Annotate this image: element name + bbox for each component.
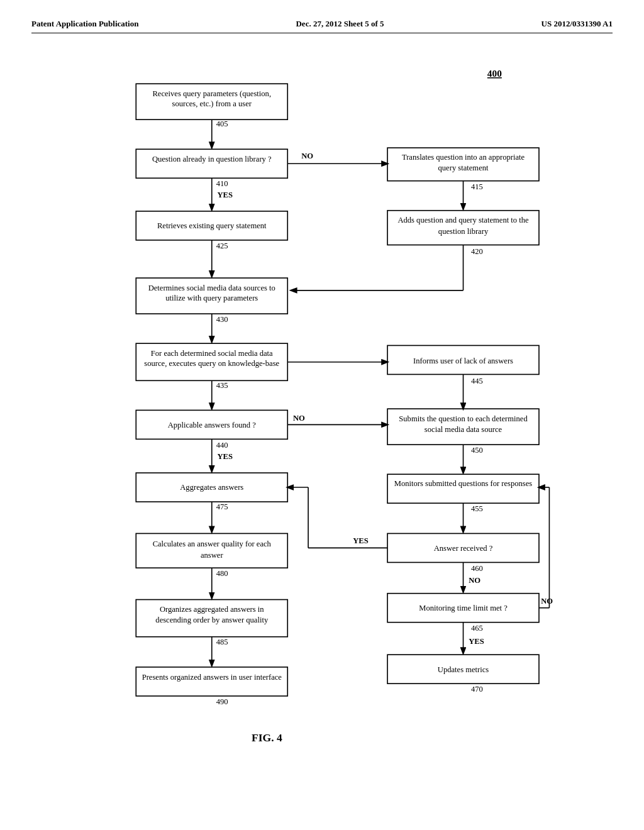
svg-text:YES: YES: [469, 637, 484, 646]
svg-text:465: 465: [471, 624, 483, 633]
diagram-number-label: 400: [487, 68, 502, 79]
svg-text:Question already in question l: Question already in question library ?: [152, 155, 272, 163]
svg-text:utilize with query parameters: utilize with query parameters: [165, 294, 258, 302]
svg-text:Applicable answers found ?: Applicable answers found ?: [168, 421, 256, 429]
svg-text:question library: question library: [438, 227, 489, 236]
svg-text:NO: NO: [301, 152, 313, 160]
page: Patent Application Publication Dec. 27, …: [0, 0, 644, 830]
svg-text:430: 430: [216, 315, 228, 324]
svg-text:NO: NO: [293, 414, 305, 423]
svg-text:450: 450: [471, 446, 483, 455]
svg-text:YES: YES: [218, 191, 233, 199]
diagram-container: 400 Receives query parameters (question,…: [31, 46, 613, 769]
svg-text:Translates question into an ap: Translates question into an appropriate: [402, 153, 525, 162]
fig-label: FIG. 4: [252, 731, 282, 744]
svg-text:470: 470: [471, 685, 483, 694]
svg-text:475: 475: [216, 502, 228, 511]
svg-text:Adds question and query statem: Adds question and query statement to the: [397, 216, 529, 224]
svg-text:Monitoring time limit met ?: Monitoring time limit met ?: [419, 604, 508, 612]
svg-text:YES: YES: [353, 536, 368, 545]
svg-text:485: 485: [216, 638, 228, 646]
svg-text:Calculates an answer quality f: Calculates an answer quality for each: [153, 540, 272, 548]
header-center: Dec. 27, 2012 Sheet 5 of 5: [296, 19, 384, 29]
svg-text:Presents organized answers in : Presents organized answers in user inter…: [142, 673, 282, 682]
svg-text:440: 440: [216, 441, 228, 450]
svg-text:NO: NO: [541, 597, 553, 606]
header: Patent Application Publication Dec. 27, …: [31, 19, 613, 33]
svg-text:sources, etc.) from a user: sources, etc.) from a user: [172, 99, 252, 108]
svg-text:Aggregates answers: Aggregates answers: [180, 483, 243, 492]
svg-text:Informs user of lack of answer: Informs user of lack of answers: [413, 357, 513, 365]
svg-text:445: 445: [471, 377, 483, 385]
svg-text:NO: NO: [469, 576, 480, 585]
header-right: US 2012/0331390 A1: [541, 19, 613, 29]
svg-text:Submits the question to each d: Submits the question to each determined: [399, 414, 528, 423]
svg-text:source, executes query on know: source, executes query on knowledge-base: [144, 359, 279, 368]
svg-text:405: 405: [216, 119, 228, 128]
svg-text:420: 420: [471, 247, 483, 256]
svg-text:YES: YES: [218, 452, 233, 461]
header-left: Patent Application Publication: [31, 19, 138, 29]
svg-text:Updates metrics: Updates metrics: [438, 665, 489, 674]
svg-text:descending order by answer qua: descending order by answer quality: [155, 616, 269, 624]
node-410: [136, 149, 287, 178]
svg-text:social media data source: social media data source: [425, 425, 502, 434]
flowchart-svg: 400 Receives query parameters (question,…: [31, 46, 613, 769]
svg-text:Receives query parameters (que: Receives query parameters (question,: [152, 89, 271, 98]
svg-text:435: 435: [216, 381, 228, 390]
svg-text:425: 425: [216, 241, 228, 250]
svg-text:490: 490: [216, 697, 228, 706]
svg-text:For each determined social med: For each determined social media data: [151, 349, 273, 358]
svg-text:query statement: query statement: [438, 163, 489, 172]
svg-text:Retrieves existing query state: Retrieves existing query statement: [157, 221, 267, 230]
svg-text:Determines social media data s: Determines social media data sources to: [148, 284, 275, 292]
svg-text:Organizes aggregated answers i: Organizes aggregated answers in: [160, 605, 264, 614]
svg-text:480: 480: [216, 569, 228, 578]
svg-text:Answer received ?: Answer received ?: [434, 544, 493, 553]
svg-text:415: 415: [471, 182, 483, 191]
svg-text:410: 410: [216, 179, 228, 188]
svg-text:Monitors submitted questions f: Monitors submitted questions for respons…: [394, 479, 533, 488]
svg-text:460: 460: [471, 564, 483, 573]
svg-text:455: 455: [471, 504, 483, 513]
svg-text:answer: answer: [201, 551, 223, 560]
node-490: [136, 667, 287, 696]
